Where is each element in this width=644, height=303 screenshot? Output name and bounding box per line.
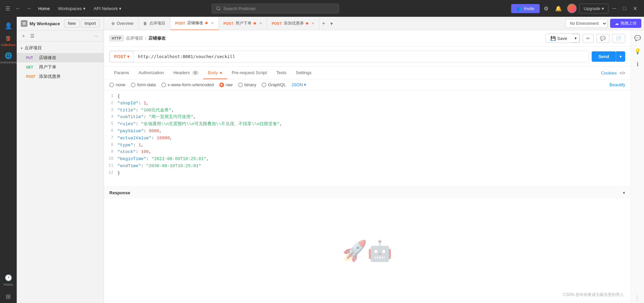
- environment-select[interactable]: No Environment: [566, 19, 607, 28]
- left-panel-actions: New Import: [64, 19, 100, 28]
- radio-none: [109, 83, 114, 87]
- method-select[interactable]: POST ▾: [110, 51, 134, 62]
- sidebar-item-add[interactable]: ⊞: [0, 290, 16, 303]
- settings-button[interactable]: ⚙: [541, 4, 551, 13]
- tab-shop-modify[interactable]: POST 店铺修改 ✕: [170, 17, 219, 30]
- save-dropdown-button[interactable]: ▾: [572, 34, 580, 43]
- body-type-raw[interactable]: raw: [219, 82, 233, 87]
- code-editor[interactable]: 1 { 2 "shopId": 1, 3 "title": "100元代金券",…: [104, 90, 631, 187]
- save-button[interactable]: 💾 Save: [546, 34, 572, 43]
- code-line: 6 "payValue": 8000,: [104, 128, 631, 135]
- comment-button[interactable]: 💬: [596, 34, 609, 43]
- code-line: 7 "actualValue": 10000,: [104, 135, 631, 142]
- tab-settings[interactable]: Settings: [291, 67, 316, 79]
- tab-user-order[interactable]: POST 用户下单 ✕: [219, 17, 267, 30]
- list-item[interactable]: POST 添加优惠券: [17, 72, 104, 81]
- search-bar[interactable]: Search Postman: [212, 4, 339, 13]
- more-options-button[interactable]: ···: [93, 33, 100, 39]
- doc-button[interactable]: 📄: [612, 34, 625, 43]
- body-type-graphql[interactable]: GraphQL: [262, 82, 286, 87]
- comments-sidebar-button[interactable]: 💬: [632, 33, 643, 43]
- search-icon: [216, 6, 221, 11]
- sidebar-item-environments[interactable]: 🌐 Environments: [0, 49, 16, 67]
- body-type-urlencoded[interactable]: x-www-form-urlencoded: [161, 82, 214, 87]
- tab-overview[interactable]: ⊛ Overview: [107, 17, 139, 30]
- lightbulb-button[interactable]: 💡: [632, 46, 643, 56]
- home-link[interactable]: Home: [36, 5, 53, 12]
- chevron-down-icon: ▾: [127, 54, 129, 59]
- add-collection-button[interactable]: +: [21, 33, 26, 39]
- url-input[interactable]: [134, 51, 589, 62]
- breadcrumb-separator: /: [145, 36, 147, 41]
- breadcrumb-current: 店铺修改: [148, 35, 166, 41]
- new-button[interactable]: New: [64, 19, 79, 28]
- tab-headers[interactable]: Headers 8: [169, 67, 203, 79]
- send-button[interactable]: Send: [592, 51, 616, 62]
- collection-group-header[interactable]: ▾ 点评项目: [17, 43, 104, 53]
- code-line: 11 "endTime": "2030-08-10T10:25:01": [104, 163, 631, 170]
- chevron-down-icon: ▾: [119, 6, 121, 11]
- sidebar-item-account[interactable]: 👤: [0, 19, 16, 32]
- tab-params[interactable]: Params: [109, 67, 134, 79]
- body-type-none[interactable]: none: [109, 82, 125, 87]
- edit-button[interactable]: ✏: [583, 34, 594, 43]
- maximize-button[interactable]: □: [620, 4, 629, 13]
- radio-urlencoded: [161, 83, 166, 87]
- code-button[interactable]: </>: [620, 71, 625, 75]
- method-label: POST: [175, 21, 185, 25]
- filter-button[interactable]: ☰: [29, 33, 36, 39]
- code-line: 3 "title": "100元代金券",: [104, 107, 631, 114]
- code-line: 9 "stock": 100,: [104, 149, 631, 156]
- api-network-button[interactable]: API Network ▾: [91, 5, 124, 12]
- avatar: [567, 4, 577, 13]
- send-dropdown-button[interactable]: ▾: [616, 51, 625, 62]
- breadcrumb-parent[interactable]: 点评项目: [126, 35, 143, 41]
- invite-button[interactable]: 👥 Invite: [511, 4, 540, 13]
- tab-overflow-button[interactable]: ▾: [328, 21, 335, 26]
- tab-close-button[interactable]: ✕: [312, 21, 314, 25]
- back-button[interactable]: ←: [14, 4, 22, 13]
- forward-button[interactable]: →: [25, 4, 33, 13]
- empty-illustration: 🚀🤖: [342, 239, 392, 263]
- menu-icon[interactable]: ☰: [4, 4, 11, 13]
- left-panel-header: W My Workspace New Import: [17, 17, 104, 31]
- body-dot: ●: [220, 70, 222, 75]
- tab-add-coupon[interactable]: POST 添加优惠券 ✕: [267, 17, 319, 30]
- tab-close-button[interactable]: ✕: [211, 21, 214, 25]
- json-type-select[interactable]: JSON ▾: [291, 82, 306, 87]
- tab-close-button[interactable]: ✕: [259, 21, 262, 25]
- method-badge-post: POST: [26, 75, 37, 79]
- body-type-binary[interactable]: binary: [238, 82, 256, 87]
- sidebar-item-history[interactable]: 🕐 History: [0, 271, 16, 290]
- tab-tests[interactable]: Tests: [271, 67, 291, 79]
- tab-pre-request[interactable]: Pre-request Script: [227, 67, 272, 79]
- svg-point-0: [217, 7, 220, 10]
- request-main: HTTP 点评项目 / 店铺修改 💾 Save ▾ ✏: [104, 30, 631, 303]
- workspaces-button[interactable]: Workspaces ▾: [55, 5, 88, 12]
- cloud-upload-button[interactable]: ☁ 拖拽上传: [610, 19, 641, 28]
- top-bar: ☰ ← → Home Workspaces ▾ API Network ▾ Se…: [0, 0, 644, 17]
- minimize-button[interactable]: ─: [610, 4, 619, 13]
- beautify-button[interactable]: Beautify: [609, 82, 625, 87]
- sidebar-item-collections[interactable]: 🗑 Collections: [0, 32, 16, 49]
- close-button[interactable]: ✕: [630, 4, 640, 13]
- cookies-link[interactable]: Cookies: [601, 70, 617, 75]
- add-tab-button[interactable]: +: [319, 20, 328, 27]
- invite-icon: 👥: [517, 6, 522, 11]
- upgrade-button[interactable]: Upgrade ▾: [579, 4, 608, 13]
- chevron-down-icon: ▾: [304, 82, 306, 87]
- tab-authorization[interactable]: Authorization: [134, 67, 169, 79]
- info-button[interactable]: ℹ: [635, 59, 641, 69]
- tab-dianping[interactable]: 🗑 点评项目: [139, 17, 170, 30]
- import-button[interactable]: Import: [81, 19, 100, 28]
- body-type-form-data[interactable]: form-data: [131, 82, 156, 87]
- body-type-row: none form-data x-www-form-urlencoded raw: [104, 80, 631, 90]
- tab-body[interactable]: Body ●: [203, 67, 227, 79]
- response-chevron[interactable]: ▾: [623, 190, 625, 195]
- workspace-title: W My Workspace: [21, 20, 60, 27]
- notifications-button[interactable]: 🔔: [552, 4, 565, 13]
- avatar-button[interactable]: [566, 2, 578, 14]
- collection-tree: ▾ 点评项目 PUT 店铺修改 GET 用户下单 POST 添加优惠券: [17, 42, 104, 303]
- list-item[interactable]: GET 用户下单: [17, 62, 104, 72]
- list-item[interactable]: PUT 店铺修改: [17, 53, 104, 62]
